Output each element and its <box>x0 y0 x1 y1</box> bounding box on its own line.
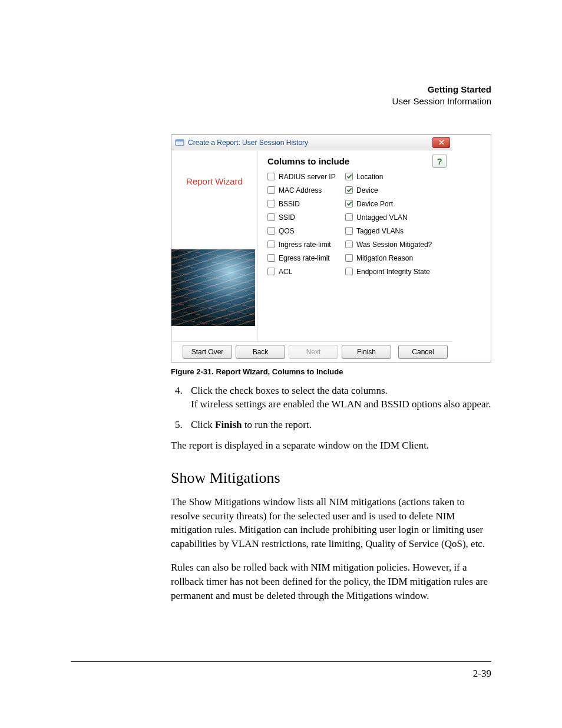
running-header-subtitle: User Session Information <box>392 95 491 107</box>
wizard-title: Report Wizard <box>186 176 243 186</box>
body-paragraph: The report is displayed in a separate wi… <box>171 439 491 453</box>
checkbox[interactable] <box>267 268 275 275</box>
checkbox[interactable] <box>267 254 275 262</box>
wizard-title-area: Report Wizard <box>171 150 257 245</box>
column-option[interactable]: Tagged VLANs <box>345 225 445 236</box>
checkbox-label: BSSID <box>279 200 300 208</box>
cancel-button[interactable]: Cancel <box>398 345 448 359</box>
checkbox-label: Untagged VLAN <box>356 213 408 222</box>
report-wizard-dialog: Create a Report: User Session History Re… <box>171 135 452 362</box>
checkbox-label: Egress rate-limit <box>279 254 330 262</box>
checkbox[interactable] <box>345 241 353 248</box>
column-option[interactable]: RADIUS server IP <box>267 171 339 182</box>
checkbox-label: Device <box>356 186 378 195</box>
dialog-button-bar: Start Over Back Next Finish Cancel <box>171 341 452 362</box>
start-over-button[interactable]: Start Over <box>183 345 232 359</box>
column-option[interactable]: Untagged VLAN <box>345 212 445 223</box>
checkbox-label: SSID <box>279 213 295 222</box>
checkbox-label: Tagged VLANs <box>356 227 404 235</box>
page-number: 2-39 <box>473 668 491 680</box>
checkbox[interactable] <box>345 254 353 262</box>
wizard-art-icon <box>171 249 255 326</box>
checkbox[interactable] <box>267 186 275 194</box>
column-option[interactable]: Location <box>345 171 445 182</box>
checkmark-icon <box>346 186 352 195</box>
figure-dialog: Create a Report: User Session History Re… <box>171 134 491 363</box>
checkbox[interactable] <box>345 268 353 275</box>
close-button[interactable] <box>432 137 450 148</box>
checkbox-label: ACL <box>279 268 292 276</box>
checkbox-label: Was Session Mitigated? <box>356 241 432 249</box>
back-button[interactable]: Back <box>236 345 285 359</box>
column-option[interactable]: Was Session Mitigated? <box>345 239 445 250</box>
columns-group: RADIUS server IPMAC AddressBSSIDSSIDQOSI… <box>267 171 447 277</box>
column-option[interactable]: ACL <box>267 266 339 277</box>
checkbox-label: Ingress rate-limit <box>279 241 331 249</box>
finish-button[interactable]: Finish <box>342 345 391 359</box>
running-header-title: Getting Started <box>392 84 491 95</box>
wizard-left-pane: Report Wizard <box>171 150 258 341</box>
checkbox[interactable] <box>267 200 275 207</box>
help-icon: ? <box>437 156 442 166</box>
column-option[interactable]: BSSID <box>267 198 339 209</box>
checkbox[interactable] <box>345 173 353 180</box>
checkbox[interactable] <box>345 186 353 194</box>
step-text: If wireless settings are enabled the WLA… <box>191 398 491 411</box>
columns-panel-title: Columns to include <box>267 156 447 166</box>
app-icon <box>175 138 184 147</box>
checkbox[interactable] <box>267 241 275 248</box>
checkbox[interactable] <box>345 227 353 235</box>
checkmark-icon <box>346 173 352 181</box>
svg-rect-1 <box>176 140 184 141</box>
step-item: Click the check boxes to select the data… <box>185 384 491 411</box>
columns-right: LocationDeviceDevice PortUntagged VLANTa… <box>345 171 445 277</box>
step-text: Click the check boxes to select the data… <box>191 385 388 396</box>
step-text: to run the report. <box>242 419 312 430</box>
checkbox[interactable] <box>267 173 275 180</box>
column-option[interactable]: QOS <box>267 225 339 236</box>
body-paragraph: Rules can also be rolled back with NIM m… <box>171 561 491 602</box>
column-option[interactable]: MAC Address <box>267 185 339 196</box>
column-option[interactable]: Endpoint Integrity State <box>345 266 445 277</box>
dialog-titlebar: Create a Report: User Session History <box>171 135 452 150</box>
checkbox[interactable] <box>267 227 275 235</box>
procedure-steps: Click the check boxes to select the data… <box>171 384 491 432</box>
wizard-right-pane: Columns to include ? RADIUS server IPMAC… <box>258 150 452 341</box>
column-option[interactable]: SSID <box>267 212 339 223</box>
step-text-bold: Finish <box>215 419 242 430</box>
checkbox[interactable] <box>345 200 353 207</box>
column-option[interactable]: Ingress rate-limit <box>267 239 339 250</box>
column-option[interactable]: Device Port <box>345 198 445 209</box>
checkbox[interactable] <box>345 213 353 221</box>
body-paragraph: The Show Mitigations window lists all NI… <box>171 495 491 551</box>
column-option[interactable]: Mitigation Reason <box>345 252 445 263</box>
checkmark-icon <box>346 200 352 208</box>
checkbox-label: Mitigation Reason <box>356 254 413 262</box>
next-button: Next <box>289 345 338 359</box>
wizard-image <box>171 249 257 341</box>
column-option[interactable]: Device <box>345 185 445 196</box>
checkbox-label: Device Port <box>356 200 393 208</box>
dialog-title: Create a Report: User Session History <box>188 139 432 147</box>
column-option[interactable]: Egress rate-limit <box>267 252 339 263</box>
dialog-body: Report Wizard Columns to include ? RADIU… <box>171 150 452 341</box>
step-text: Click <box>191 419 215 430</box>
step-item: Click Finish to run the report. <box>185 419 491 432</box>
figure-caption: Figure 2-31. Report Wizard, Columns to I… <box>171 367 491 376</box>
section-heading: Show Mitigations <box>171 469 491 487</box>
footer-rule <box>71 661 491 662</box>
close-icon <box>439 139 444 147</box>
running-header: Getting Started User Session Information <box>392 84 491 108</box>
help-button[interactable]: ? <box>432 154 447 168</box>
checkbox[interactable] <box>267 213 275 221</box>
checkbox-label: Endpoint Integrity State <box>356 268 430 276</box>
checkbox-label: QOS <box>279 227 295 235</box>
checkbox-label: MAC Address <box>279 186 322 195</box>
columns-left: RADIUS server IPMAC AddressBSSIDSSIDQOSI… <box>267 171 339 277</box>
checkbox-label: RADIUS server IP <box>279 173 336 181</box>
checkbox-label: Location <box>356 173 383 181</box>
